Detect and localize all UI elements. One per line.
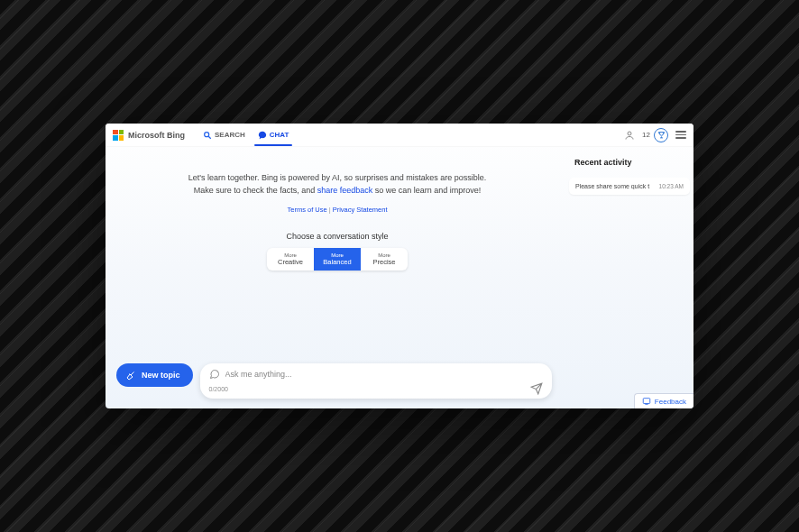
svg-rect-3 <box>643 399 650 404</box>
activity-item-time: 10:23 AM <box>659 183 684 189</box>
nav: SEARCH CHAT <box>201 125 290 145</box>
topbar: Microsoft Bing SEARCH CHAT 12 <box>106 124 693 147</box>
nav-search[interactable]: SEARCH <box>201 125 247 145</box>
topbar-right: 12 <box>624 128 686 142</box>
char-counter: 0/2000 <box>209 386 228 392</box>
style-picker: More Creative More Balanced More Precise <box>267 248 408 271</box>
account-icon[interactable] <box>624 130 635 141</box>
intro-line2: Make sure to check the facts, and share … <box>188 185 486 197</box>
feedback-icon <box>642 397 651 406</box>
sidebar-title: Recent activity <box>574 158 690 167</box>
activity-item-label: Please share some quick t <box>575 183 656 189</box>
menu-button[interactable] <box>675 131 686 139</box>
nav-chat[interactable]: CHAT <box>256 125 291 145</box>
style-picker-title: Choose a conversation style <box>286 232 388 241</box>
chat-input-icon <box>209 369 220 380</box>
style-precise[interactable]: More Precise <box>361 248 408 271</box>
new-topic-button[interactable]: New topic <box>116 363 193 387</box>
legal-links: Terms of Use|Privacy Statement <box>288 206 388 214</box>
brand-label: Microsoft Bing <box>128 131 185 140</box>
chat-input[interactable] <box>225 370 543 379</box>
chat-input-wrap: 0/2000 <box>200 363 552 399</box>
nav-search-label: SEARCH <box>215 131 245 139</box>
svg-line-1 <box>208 136 211 139</box>
style-creative[interactable]: More Creative <box>267 248 314 271</box>
privacy-link[interactable]: Privacy Statement <box>333 206 388 214</box>
share-feedback-link[interactable]: share feedback <box>317 186 373 195</box>
activity-item[interactable]: Please share some quick t 10:23 AM <box>569 178 690 195</box>
send-icon[interactable] <box>530 382 543 395</box>
intro-line1: Let's learn together. Bing is powered by… <box>188 172 486 185</box>
rewards-points: 12 <box>642 131 650 139</box>
search-icon <box>203 131 212 140</box>
trophy-icon <box>654 128 668 142</box>
svg-point-0 <box>205 132 209 136</box>
brand[interactable]: Microsoft Bing <box>113 130 185 141</box>
feedback-tab[interactable]: Feedback <box>634 393 693 408</box>
terms-link[interactable]: Terms of Use <box>288 206 327 214</box>
bing-chat-window: Microsoft Bing SEARCH CHAT 12 <box>106 124 693 408</box>
nav-chat-label: CHAT <box>270 131 289 139</box>
svg-point-2 <box>628 132 631 135</box>
broom-icon <box>125 370 136 381</box>
rewards[interactable]: 12 <box>642 128 668 142</box>
intro-text: Let's learn together. Bing is powered by… <box>188 172 486 197</box>
composer: New topic 0/2000 <box>116 363 683 399</box>
chat-bubble-icon <box>258 131 267 140</box>
style-balanced[interactable]: More Balanced <box>314 248 361 271</box>
microsoft-logo-icon <box>113 130 124 141</box>
